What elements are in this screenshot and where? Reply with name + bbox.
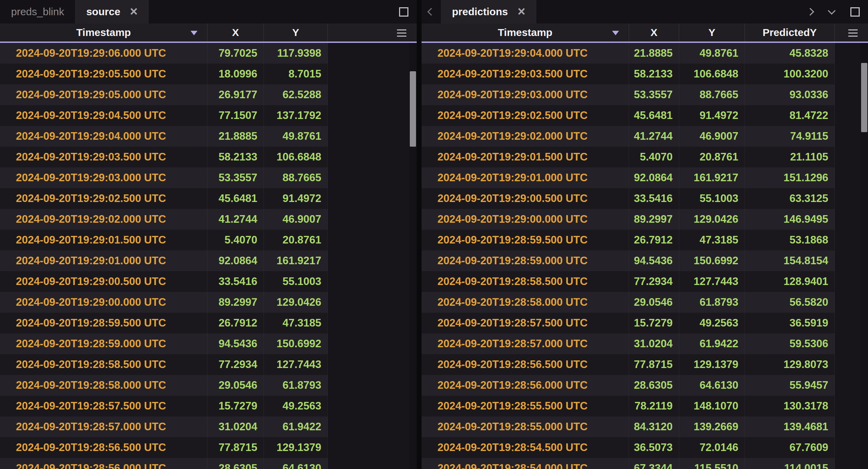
cell-y[interactable]: 127.7443: [679, 271, 745, 292]
table-row[interactable]: 2024-09-20T19:28:56.500 UTC 77.8715 129.…: [422, 354, 868, 375]
cell-timestamp[interactable]: 2024-09-20T19:28:58.500 UTC: [0, 354, 207, 375]
cell-timestamp[interactable]: 2024-09-20T19:29:01.000 UTC: [422, 167, 629, 188]
cell-predictedy[interactable]: 74.9115: [745, 126, 835, 147]
cell-y[interactable]: 55.1003: [679, 188, 745, 209]
vertical-scrollbar[interactable]: [409, 43, 417, 469]
cell-x[interactable]: 41.2744: [629, 126, 679, 147]
table-row[interactable]: 2024-09-20T19:28:58.000 UTC 29.0546 61.8…: [422, 292, 868, 313]
cell-x[interactable]: 53.3557: [629, 84, 679, 105]
cell-predictedy[interactable]: 53.1868: [745, 230, 835, 250]
column-header-timestamp[interactable]: Timestamp: [422, 24, 629, 42]
cell-timestamp[interactable]: 2024-09-20T19:29:03.000 UTC: [0, 167, 207, 188]
maximize-icon[interactable]: [850, 7, 860, 17]
table-row[interactable]: 2024-09-20T19:28:55.500 UTC 78.2119 148.…: [422, 396, 868, 416]
cell-timestamp[interactable]: 2024-09-20T19:28:55.000 UTC: [422, 416, 629, 437]
cell-timestamp[interactable]: 2024-09-20T19:28:54.500 UTC: [422, 437, 629, 458]
table-menu-icon[interactable]: [848, 29, 858, 37]
cell-predictedy[interactable]: 139.4681: [745, 416, 835, 437]
table-row[interactable]: 2024-09-20T19:29:00.000 UTC 89.2997 129.…: [422, 209, 868, 230]
cell-y[interactable]: 61.9422: [679, 333, 745, 354]
cell-timestamp[interactable]: 2024-09-20T19:29:02.500 UTC: [0, 188, 207, 209]
cell-predictedy[interactable]: 55.9457: [745, 375, 835, 396]
table-row[interactable]: 2024-09-20T19:29:02.000 UTC 41.2744 46.9…: [0, 209, 417, 230]
table-row[interactable]: 2024-09-20T19:28:57.000 UTC 31.0204 61.9…: [0, 416, 417, 437]
cell-predictedy[interactable]: 36.5919: [745, 313, 835, 333]
cell-predictedy[interactable]: 114.0015: [745, 458, 835, 469]
tabs-scroll-left-button[interactable]: [422, 0, 441, 24]
scrollbar-thumb[interactable]: [410, 71, 416, 147]
cell-y[interactable]: 129.1379: [264, 437, 328, 458]
cell-y[interactable]: 139.2669: [679, 416, 745, 437]
cell-timestamp[interactable]: 2024-09-20T19:29:01.000 UTC: [0, 250, 207, 271]
cell-predictedy[interactable]: 67.7609: [745, 437, 835, 458]
cell-timestamp[interactable]: 2024-09-20T19:29:05.500 UTC: [0, 64, 207, 84]
cell-timestamp[interactable]: 2024-09-20T19:29:02.500 UTC: [422, 105, 629, 126]
cell-y[interactable]: 47.3185: [679, 230, 745, 250]
cell-x[interactable]: 89.2997: [207, 292, 264, 313]
table-row[interactable]: 2024-09-20T19:28:58.500 UTC 77.2934 127.…: [0, 354, 417, 375]
cell-timestamp[interactable]: 2024-09-20T19:29:04.000 UTC: [422, 43, 629, 64]
cell-x[interactable]: 33.5416: [629, 188, 679, 209]
cell-y[interactable]: 72.0146: [679, 437, 745, 458]
table-row[interactable]: 2024-09-20T19:29:00.500 UTC 33.5416 55.1…: [422, 188, 868, 209]
table-row[interactable]: 2024-09-20T19:29:01.000 UTC 92.0864 161.…: [422, 167, 868, 188]
cell-timestamp[interactable]: 2024-09-20T19:28:56.000 UTC: [422, 375, 629, 396]
cell-x[interactable]: 31.0204: [207, 416, 264, 437]
cell-x[interactable]: 21.8885: [629, 43, 679, 64]
cell-x[interactable]: 15.7279: [629, 313, 679, 333]
cell-timestamp[interactable]: 2024-09-20T19:28:59.500 UTC: [0, 313, 207, 333]
chevron-right-icon[interactable]: [806, 8, 814, 16]
cell-x[interactable]: 45.6481: [207, 188, 264, 209]
cell-predictedy[interactable]: 81.4722: [745, 105, 835, 126]
table-row[interactable]: 2024-09-20T19:29:06.000 UTC 79.7025 117.…: [0, 43, 417, 64]
cell-timestamp[interactable]: 2024-09-20T19:28:57.000 UTC: [422, 333, 629, 354]
cell-y[interactable]: 61.8793: [679, 292, 745, 313]
cell-y[interactable]: 49.2563: [679, 313, 745, 333]
cell-timestamp[interactable]: 2024-09-20T19:29:02.000 UTC: [422, 126, 629, 147]
cell-timestamp[interactable]: 2024-09-20T19:29:04.500 UTC: [0, 105, 207, 126]
cell-x[interactable]: 26.9177: [207, 84, 264, 105]
cell-timestamp[interactable]: 2024-09-20T19:29:00.500 UTC: [0, 271, 207, 292]
cell-predictedy[interactable]: 63.3125: [745, 188, 835, 209]
cell-y[interactable]: 49.2563: [264, 396, 328, 416]
chevron-down-icon[interactable]: [828, 7, 836, 15]
cell-x[interactable]: 26.7912: [629, 230, 679, 250]
cell-y[interactable]: 161.9217: [679, 167, 745, 188]
scrollbar-thumb[interactable]: [861, 63, 867, 132]
cell-y[interactable]: 115.5510: [679, 458, 745, 469]
cell-x[interactable]: 94.5436: [207, 333, 264, 354]
cell-predictedy[interactable]: 100.3200: [745, 64, 835, 84]
cell-y[interactable]: 148.1070: [679, 396, 745, 416]
cell-timestamp[interactable]: 2024-09-20T19:29:06.000 UTC: [0, 43, 207, 64]
cell-y[interactable]: 106.6848: [679, 64, 745, 84]
cell-x[interactable]: 92.0864: [207, 250, 264, 271]
cell-y[interactable]: 150.6992: [679, 250, 745, 271]
table-row[interactable]: 2024-09-20T19:28:54.000 UTC 67.3344 115.…: [422, 458, 868, 469]
table-row[interactable]: 2024-09-20T19:29:02.500 UTC 45.6481 91.4…: [0, 188, 417, 209]
cell-y[interactable]: 91.4972: [679, 105, 745, 126]
cell-y[interactable]: 20.8761: [679, 147, 745, 167]
cell-y[interactable]: 129.0426: [264, 292, 328, 313]
vertical-scrollbar[interactable]: [860, 43, 868, 469]
cell-y[interactable]: 46.9007: [264, 209, 328, 230]
column-header-y[interactable]: Y: [264, 24, 328, 42]
cell-x[interactable]: 94.5436: [629, 250, 679, 271]
table-row[interactable]: 2024-09-20T19:29:00.500 UTC 33.5416 55.1…: [0, 271, 417, 292]
cell-x[interactable]: 15.7279: [207, 396, 264, 416]
table-row[interactable]: 2024-09-20T19:29:04.500 UTC 77.1507 137.…: [0, 105, 417, 126]
cell-y[interactable]: 137.1792: [264, 105, 328, 126]
table-row[interactable]: 2024-09-20T19:28:56.000 UTC 28.6305 64.6…: [0, 458, 417, 469]
cell-x[interactable]: 77.2934: [629, 271, 679, 292]
cell-predictedy[interactable]: 56.5820: [745, 292, 835, 313]
column-header-y[interactable]: Y: [679, 24, 745, 42]
close-icon[interactable]: ×: [130, 5, 138, 18]
cell-x[interactable]: 33.5416: [207, 271, 264, 292]
cell-predictedy[interactable]: 59.5306: [745, 333, 835, 354]
cell-x[interactable]: 58.2133: [629, 64, 679, 84]
table-row[interactable]: 2024-09-20T19:29:01.000 UTC 92.0864 161.…: [0, 250, 417, 271]
cell-timestamp[interactable]: 2024-09-20T19:29:02.000 UTC: [0, 209, 207, 230]
cell-x[interactable]: 18.0996: [207, 64, 264, 84]
table-row[interactable]: 2024-09-20T19:29:02.500 UTC 45.6481 91.4…: [422, 105, 868, 126]
cell-y[interactable]: 64.6130: [679, 375, 745, 396]
table-row[interactable]: 2024-09-20T19:29:05.500 UTC 18.0996 8.70…: [0, 64, 417, 84]
